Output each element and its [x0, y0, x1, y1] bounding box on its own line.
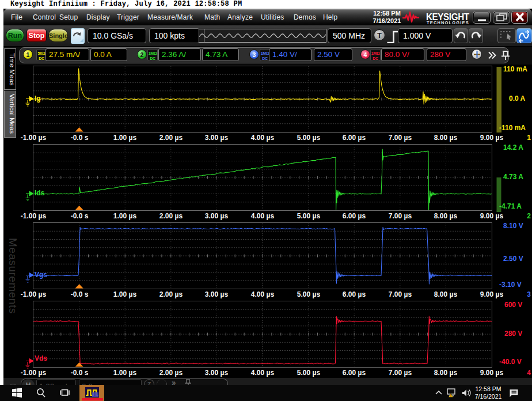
svg-text:!: ! [450, 394, 451, 398]
